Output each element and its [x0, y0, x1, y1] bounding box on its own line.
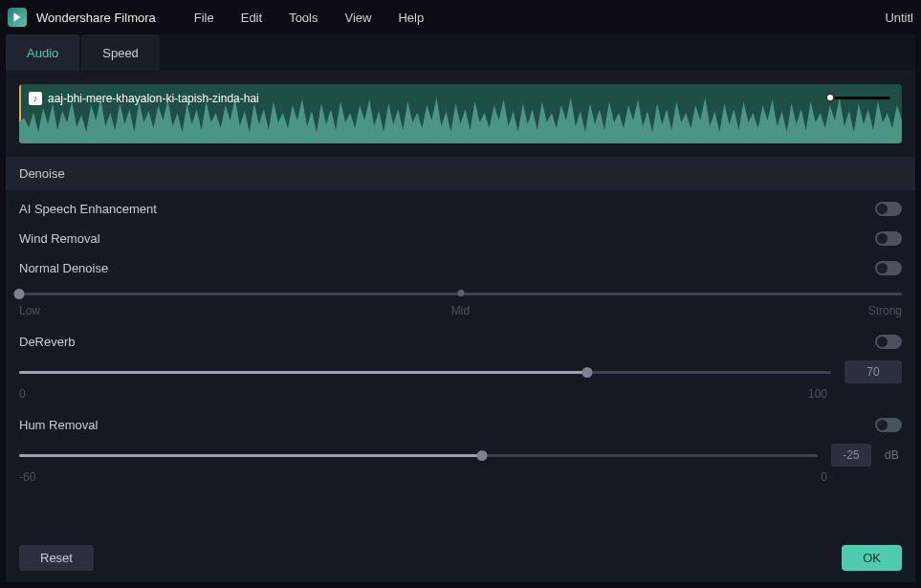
menu-help[interactable]: Help [398, 11, 424, 25]
label-hum-removal: Hum Removal [19, 418, 98, 432]
slider-hum-removal[interactable] [19, 448, 818, 462]
row-ai-speech: AI Speech Enhancement [19, 190, 902, 220]
denoise-controls: AI Speech Enhancement Wind Removal Norma… [6, 190, 915, 534]
row-dereverb: DeReverb [19, 323, 902, 353]
menu-tools[interactable]: Tools [289, 11, 318, 25]
footer: Reset OK [6, 534, 915, 582]
slider-thumb-dereverb[interactable] [582, 367, 593, 378]
slider-row-hum-removal: -25 dB [19, 436, 902, 468]
menu-items: File Edit Tools View Help [194, 11, 424, 25]
tabs: Audio Speed [6, 34, 915, 71]
menu-view[interactable]: View [344, 11, 371, 25]
toggle-hum-removal[interactable] [875, 418, 902, 432]
slider-mid-tick [457, 290, 464, 296]
slider-dereverb[interactable] [19, 365, 831, 379]
slider-labels-dereverb: 0 100 [19, 385, 902, 406]
menu-file[interactable]: File [194, 11, 214, 25]
section-denoise-header: Denoise [6, 157, 915, 190]
label-ai-speech: AI Speech Enhancement [19, 202, 157, 216]
document-title: Untitl [885, 11, 913, 25]
clip-label: ♪ aaj-bhi-mere-khayalon-ki-tapish-zinda-… [29, 92, 259, 105]
unit-hum-removal: dB [885, 448, 902, 462]
toggle-normal-denoise[interactable] [875, 261, 902, 275]
slider-thumb-normal-denoise[interactable] [14, 289, 25, 299]
value-dereverb[interactable]: 70 [844, 360, 902, 383]
menu-edit[interactable]: Edit [241, 11, 262, 25]
slider-normal-denoise[interactable] [19, 287, 902, 300]
label-wind-removal: Wind Removal [19, 231, 100, 246]
label-dereverb: DeReverb [19, 335, 76, 349]
label-strong: Strong [868, 304, 902, 317]
row-normal-denoise: Normal Denoise [19, 250, 902, 279]
value-hum-removal[interactable]: -25 [831, 444, 871, 467]
slider-row-dereverb: 70 [19, 353, 902, 385]
clip-name: aaj-bhi-mere-khayalon-ki-tapish-zinda-ha… [48, 92, 259, 105]
label-dereverb-max: 100 [808, 387, 827, 401]
ok-button[interactable]: OK [842, 545, 902, 571]
slider-labels-normal-denoise: Low Mid Strong [19, 302, 902, 323]
toggle-dereverb[interactable] [875, 335, 902, 349]
content-panel: Audio Speed ♪ aaj-bhi-mere-khayalon-ki-t… [6, 34, 915, 582]
toggle-ai-speech[interactable] [875, 202, 902, 216]
label-low: Low [19, 304, 40, 317]
label-normal-denoise: Normal Denoise [19, 261, 108, 275]
app-name: Wondershare Filmora [36, 11, 156, 25]
volume-thumb[interactable] [825, 93, 835, 102]
tab-audio[interactable]: Audio [6, 34, 79, 71]
music-icon: ♪ [29, 92, 42, 105]
row-hum-removal: Hum Removal [19, 406, 902, 436]
label-hum-max: 0 [821, 470, 827, 484]
slider-thumb-hum-removal[interactable] [477, 450, 488, 461]
menubar: Wondershare Filmora File Edit Tools View… [0, 0, 921, 34]
label-mid: Mid [451, 304, 470, 317]
waveform-clip[interactable]: ♪ aaj-bhi-mere-khayalon-ki-tapish-zinda-… [19, 84, 902, 143]
tab-speed[interactable]: Speed [81, 34, 160, 71]
label-hum-min: -60 [19, 470, 35, 484]
clip-volume-slider[interactable] [829, 92, 890, 103]
reset-button[interactable]: Reset [19, 545, 94, 571]
label-dereverb-min: 0 [19, 387, 26, 401]
row-wind-removal: Wind Removal [19, 220, 902, 250]
toggle-wind-removal[interactable] [875, 231, 902, 246]
slider-row-normal-denoise [19, 279, 902, 302]
app-logo [8, 8, 27, 27]
slider-labels-hum-removal: -60 0 [19, 468, 902, 490]
